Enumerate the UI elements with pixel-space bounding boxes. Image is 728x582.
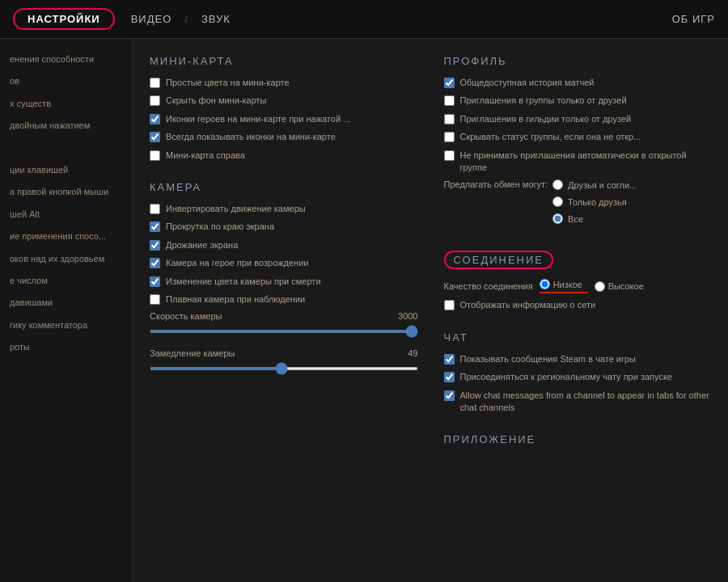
sidebar-item-6[interactable]: а правой кнопкой мыши (0, 181, 133, 203)
connection-label-0: Отображать информацию о сети (460, 299, 596, 311)
sidebar-item-1[interactable]: ов (0, 70, 133, 92)
quality-label: Качество соединения (444, 281, 533, 291)
chat-checkbox-0[interactable] (444, 354, 455, 365)
camera-section: КАМЕРА Инвертировать движение камеры Про… (150, 181, 418, 373)
nav-separator: / (184, 13, 188, 25)
chat-checkbox-2[interactable] (444, 390, 455, 401)
camera-speed-input[interactable] (150, 330, 418, 333)
camera-checkbox-0[interactable] (150, 204, 160, 214)
sidebar-item-2[interactable]: х существ (0, 93, 133, 115)
profile-option-3: Скрывать статус группы, если она не откр… (444, 131, 713, 143)
sidebar-item-5[interactable]: ции клавишей (0, 159, 133, 181)
chat-option-0: Показывать сообщения Steam в чате игры (444, 353, 713, 365)
minimap-label-3: Всегда показывать иконки на мини-карте (166, 131, 336, 143)
minimap-checkbox-0[interactable] (150, 78, 160, 88)
chat-section: ЧАТ Показывать сообщения Steam в чате иг… (444, 331, 713, 415)
chat-label-2: Allow chat messages from a channel to ap… (460, 390, 713, 415)
sidebar-item-7[interactable]: шей Alt (0, 204, 133, 226)
right-column: ПРОФИЛЬ Общедоступная история матчей При… (444, 52, 713, 569)
camera-title: КАМЕРА (150, 181, 418, 193)
quality-option-high: Высокое (595, 281, 644, 292)
trade-radio-1: Только друзья (552, 196, 637, 207)
top-nav: НАСТРОЙКИ ВИДЕО / ЗВУК ОБ ИГР (0, 0, 728, 39)
quality-bar (540, 292, 588, 293)
sidebar-item-11[interactable]: давишами (0, 292, 133, 314)
minimap-checkbox-2[interactable] (150, 114, 160, 124)
quality-row: Качество соединения Низкое Высокое (444, 279, 713, 293)
trade-radio-input-1[interactable] (552, 196, 563, 207)
trade-radio-0: Друзья и согли... (552, 179, 637, 190)
quality-options: Низкое (540, 279, 588, 293)
camera-delay-value: 49 (408, 348, 417, 358)
sidebar-item-3[interactable]: двойным нажатием (0, 115, 133, 137)
profile-checkbox-0[interactable] (444, 78, 455, 88)
sidebar-item-8[interactable]: ие применения спосо... (0, 226, 133, 247)
sidebar-item-13[interactable]: роты (0, 336, 133, 358)
trade-radio-input-2[interactable] (552, 213, 563, 224)
sidebar-item-10[interactable]: е числом (0, 270, 133, 292)
camera-checkbox-5[interactable] (150, 294, 160, 305)
camera-delay-input[interactable] (150, 367, 418, 370)
minimap-label-1: Скрыть фон мини-карты (166, 95, 267, 107)
profile-checkbox-3[interactable] (444, 132, 455, 142)
content-area: МИНИ-КАРТА Простые цвета на мини-карте С… (133, 39, 728, 582)
quality-label-high: Высокое (608, 281, 644, 291)
nav-about[interactable]: ОБ ИГР (672, 13, 715, 25)
settings-nav-button[interactable]: НАСТРОЙКИ (13, 8, 115, 30)
minimap-section: МИНИ-КАРТА Простые цвета на мини-карте С… (150, 55, 418, 162)
connection-checkbox-0[interactable] (444, 300, 455, 310)
camera-delay-header: Замедление камеры 49 (150, 348, 418, 358)
minimap-checkbox-1[interactable] (150, 95, 160, 106)
trade-radio-input-0[interactable] (552, 179, 563, 190)
connection-option-0: Отображать информацию о сети (444, 299, 713, 311)
camera-checkbox-3[interactable] (150, 258, 160, 268)
camera-option-2: Дрожание экрана (150, 239, 418, 251)
quality-radio-low[interactable] (540, 279, 550, 289)
connection-section: СОЕДИНЕНИЕ Качество соединения Низкое Вы… (444, 247, 713, 311)
camera-speed-slider-section: Скорость камеры 3000 (150, 311, 418, 335)
chat-checkbox-1[interactable] (444, 372, 455, 382)
camera-label-2: Дрожание экрана (166, 239, 238, 251)
chat-label-1: Присоединяться к региональному чату при … (460, 371, 672, 383)
sidebar-item-0[interactable]: енения способности (0, 48, 133, 70)
quality-label-low: Низкое (553, 280, 582, 289)
camera-label-1: Прокрутка по краю экрана (166, 221, 274, 233)
sidebar-item-9[interactable]: оков над их здоровьем (0, 248, 133, 270)
profile-label-0: Общедоступная история матчей (460, 77, 595, 89)
profile-checkbox-4[interactable] (444, 150, 455, 161)
camera-delay-slider-section: Замедление камеры 49 (150, 348, 418, 373)
profile-title: ПРОФИЛЬ (444, 55, 713, 67)
left-column: МИНИ-КАРТА Простые цвета на мини-карте С… (150, 52, 418, 569)
camera-checkbox-1[interactable] (150, 221, 160, 232)
nav-sound[interactable]: ЗВУК (201, 13, 231, 25)
quality-option-low: Низкое (540, 279, 588, 289)
profile-checkbox-2[interactable] (444, 114, 455, 124)
camera-label-0: Инвертировать движение камеры (166, 203, 306, 215)
minimap-checkbox-3[interactable] (150, 132, 160, 142)
trade-radios: Друзья и согли... Только друзья Все (552, 179, 637, 228)
camera-option-4: Изменение цвета камеры при смерти (150, 276, 418, 288)
sidebar-item-12[interactable]: гику комментатора (0, 314, 133, 336)
sidebar: енения способности ов х существ двойным … (0, 39, 133, 582)
minimap-checkbox-4[interactable] (150, 150, 160, 161)
camera-label-5: Плавная камера при наблюдении (166, 293, 305, 306)
trade-offer-label: Предлагать обмен могут: (444, 179, 548, 189)
main-layout: енения способности ов х существ двойным … (0, 39, 728, 582)
camera-checkbox-4[interactable] (150, 276, 160, 287)
profile-label-1: Приглашения в группы только от друзей (460, 95, 627, 107)
camera-checkbox-2[interactable] (150, 240, 160, 251)
quality-radio-high[interactable] (595, 281, 605, 292)
camera-speed-header: Скорость камеры 3000 (150, 311, 418, 321)
chat-label-0: Показывать сообщения Steam в чате игры (460, 353, 637, 365)
minimap-label-0: Простые цвета на мини-карте (166, 77, 290, 89)
camera-label-4: Изменение цвета камеры при смерти (166, 276, 321, 288)
profile-option-0: Общедоступная история матчей (444, 77, 713, 89)
trade-radio-label-2: Все (568, 214, 583, 224)
sidebar-item-4 (0, 137, 133, 159)
nav-video[interactable]: ВИДЕО (131, 13, 172, 25)
profile-checkbox-1[interactable] (444, 95, 455, 106)
minimap-option-2: Иконки героев на мини-карте при нажатой … (150, 113, 418, 125)
camera-delay-label: Замедление камеры (150, 348, 235, 358)
profile-label-4: Не принимать приглашения автоматически в… (460, 150, 713, 175)
chat-option-2: Allow chat messages from a channel to ap… (444, 390, 713, 415)
